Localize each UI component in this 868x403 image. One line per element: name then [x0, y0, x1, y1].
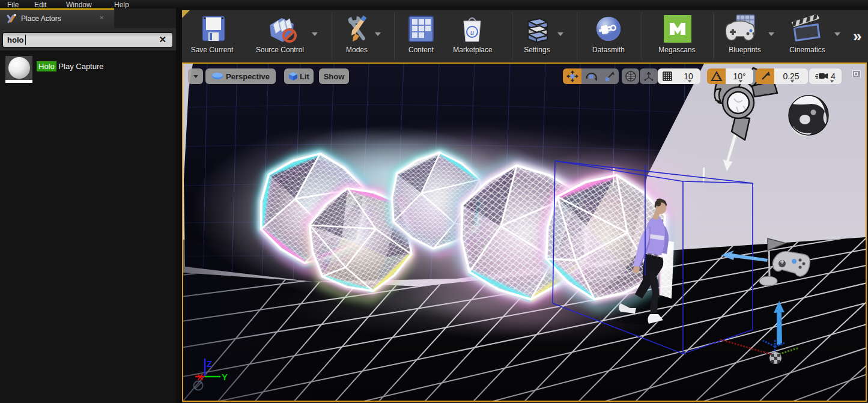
- svg-text:X: X: [197, 372, 203, 382]
- svg-text:u: u: [470, 28, 475, 37]
- svg-text:Y: Y: [222, 372, 228, 382]
- svg-text:Z: Z: [207, 359, 212, 369]
